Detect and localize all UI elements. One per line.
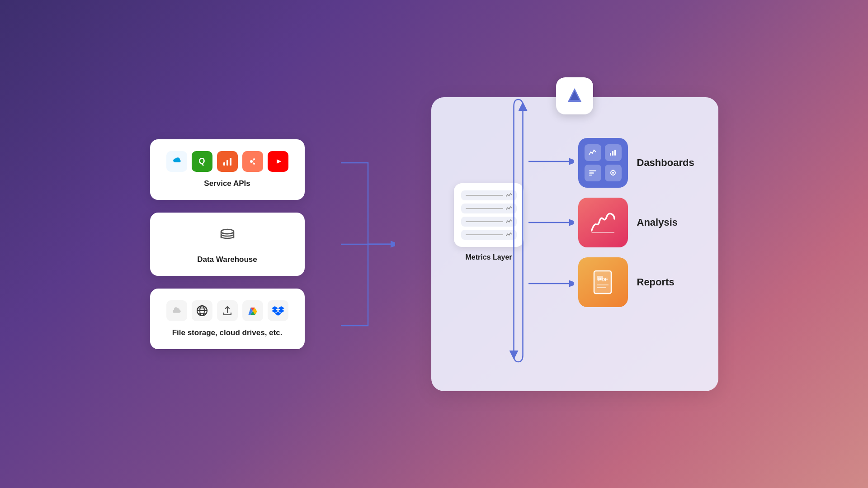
dashboards-block xyxy=(578,138,628,188)
svg-rect-30 xyxy=(614,150,616,156)
inner-connectors xyxy=(528,138,574,307)
metabase-logo-icon xyxy=(563,85,586,107)
app-icon-container xyxy=(556,77,593,114)
panel-inner: Metrics Layer xyxy=(454,129,696,307)
svg-point-35 xyxy=(612,172,614,174)
svg-rect-33 xyxy=(589,175,592,176)
svg-rect-1 xyxy=(226,160,228,166)
upload-icon xyxy=(217,300,238,321)
svg-line-7 xyxy=(253,161,253,163)
reports-block: PDF xyxy=(578,257,628,307)
left-connectors xyxy=(341,118,395,371)
file-storage-icons xyxy=(166,300,288,321)
sources-column: Q Service APIs xyxy=(150,139,305,349)
svg-text:PDF: PDF xyxy=(598,277,608,282)
svg-rect-28 xyxy=(610,153,611,156)
dash-icon-1 xyxy=(585,144,601,161)
svg-rect-2 xyxy=(230,158,231,166)
metrics-layer-col: Metrics Layer xyxy=(454,183,524,261)
svg-marker-8 xyxy=(277,159,281,164)
dashboards-row: Dashboards xyxy=(578,138,696,188)
cloud-icon xyxy=(166,300,187,321)
outputs-col: Dashboards Analysis xyxy=(578,138,696,307)
svg-line-6 xyxy=(253,160,253,161)
svg-rect-0 xyxy=(223,162,225,166)
svg-rect-38 xyxy=(594,271,611,294)
salesforce-icon xyxy=(166,151,187,172)
service-apis-card: Q Service APIs xyxy=(150,139,305,200)
metrics-row-4 xyxy=(461,230,517,240)
data-warehouse-label: Data Warehouse xyxy=(197,255,257,264)
dropbox-icon xyxy=(268,300,288,321)
analysis-block xyxy=(578,198,628,247)
dashboards-label: Dashboards xyxy=(637,157,696,169)
metrics-layer-label: Metrics Layer xyxy=(465,253,512,261)
analysis-row: Analysis xyxy=(578,198,696,247)
hubspot-icon xyxy=(242,151,263,172)
dash-icon-3 xyxy=(585,165,601,181)
svg-point-3 xyxy=(250,160,253,163)
reports-row: PDF Reports xyxy=(578,257,696,307)
analysis-label: Analysis xyxy=(637,217,696,228)
metrics-layer-card xyxy=(454,183,524,247)
main-panel: Metrics Layer xyxy=(431,97,718,391)
gdrive-icon xyxy=(242,300,263,321)
analytics-icon xyxy=(217,151,238,172)
svg-rect-32 xyxy=(589,172,594,174)
dash-icon-2 xyxy=(605,144,622,161)
dash-icon-4 xyxy=(605,165,622,181)
metrics-row-2 xyxy=(461,204,517,213)
metrics-row-1 xyxy=(461,190,517,200)
service-apis-icons: Q xyxy=(166,151,288,172)
globe-icon xyxy=(192,300,212,321)
svg-rect-31 xyxy=(589,170,596,171)
file-storage-card: File storage, cloud drives, etc. xyxy=(150,289,305,349)
data-warehouse-card: Data Warehouse xyxy=(150,213,305,276)
page-background: Q Service APIs xyxy=(0,0,868,488)
metrics-row-3 xyxy=(461,217,517,227)
diagram-container: Q Service APIs xyxy=(150,97,718,391)
svg-point-4 xyxy=(253,158,255,160)
svg-point-5 xyxy=(253,163,255,165)
database-icon xyxy=(216,224,239,248)
service-apis-label: Service APIs xyxy=(204,179,250,188)
svg-rect-29 xyxy=(612,151,613,156)
quickbooks-icon: Q xyxy=(192,151,212,172)
reports-label: Reports xyxy=(637,276,696,288)
file-storage-label: File storage, cloud drives, etc. xyxy=(172,328,283,337)
youtube-icon xyxy=(268,151,288,172)
